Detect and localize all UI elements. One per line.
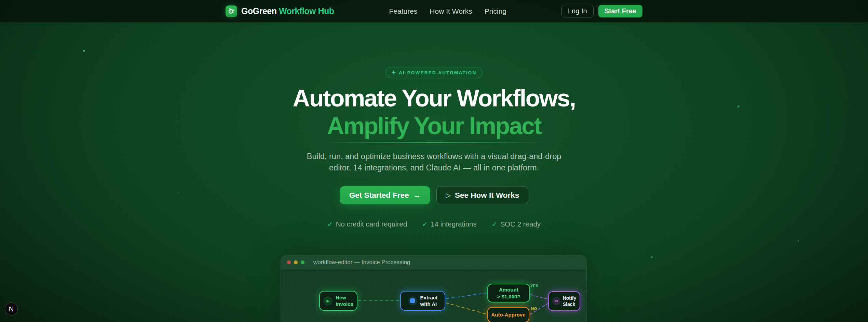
ai-powered-badge: ✦ AI-POWERED AUTOMATION (385, 67, 483, 78)
edge-label-yes: YES (530, 284, 539, 288)
decor-particle (83, 50, 85, 52)
check-icon: ✓ (422, 220, 428, 228)
sparkle-icon: ✦ (391, 69, 396, 76)
badge-label: AI-POWERED AUTOMATION (399, 70, 476, 75)
arrow-right-icon: → (413, 191, 421, 200)
trust-row: ✓ No credit card required ✓ 14 integrati… (0, 220, 868, 228)
hero-headline: Automate Your Workflows, Amplify Your Im… (0, 85, 868, 143)
get-started-button[interactable]: Get Started Free → (340, 186, 431, 204)
nav-links: Features How It Works Pricing (389, 7, 506, 15)
trust-label: SOC 2 ready (500, 220, 541, 228)
brand-name-secondary: Workflow Hub (279, 6, 334, 16)
node-label: New Invoice (336, 294, 353, 308)
trust-item-integrations: ✓ 14 integrations (422, 220, 476, 228)
traffic-light-buttons (287, 260, 304, 264)
subtitle-line2: editor, 14 integrations, and Claude AI —… (0, 162, 868, 173)
login-button[interactable]: Log In (561, 5, 594, 17)
play-icon: ▶ (323, 296, 333, 306)
maximize-window-button[interactable] (301, 260, 304, 264)
headline-underline (321, 142, 547, 143)
cta-row: Get Started Free → ▷ See How It Works (0, 186, 868, 204)
workflow-node-amount-condition[interactable]: Amount > $1,000? (487, 284, 530, 302)
window-titlebar: workflow-editor — Invoice Processing (281, 256, 586, 269)
ai-chip-icon (408, 296, 417, 306)
brand-logo-group[interactable]: GoGreen Workflow Hub (226, 5, 334, 17)
minimize-window-button[interactable] (294, 260, 298, 264)
nextjs-dev-badge[interactable]: N (5, 302, 18, 315)
see-how-it-works-label: See How It Works (455, 191, 519, 200)
nav-link-features[interactable]: Features (389, 7, 417, 15)
brand-name-primary: GoGreen (241, 6, 276, 16)
workflow-node-notify-slack[interactable]: ✉ Notify Slack (548, 291, 580, 311)
headline-line2: Amplify Your Impact (0, 112, 868, 140)
trust-label: 14 integrations (431, 220, 476, 228)
node-label: Extract with AI (420, 294, 438, 308)
check-icon: ✓ (492, 220, 497, 228)
top-navbar: GoGreen Workflow Hub Features How It Wor… (0, 0, 868, 23)
nav-link-pricing[interactable]: Pricing (485, 7, 506, 15)
workflow-node-extract-with-ai[interactable]: Extract with AI (400, 291, 445, 311)
node-label: Amount > $1,000? (497, 286, 520, 300)
node-label: Auto-Approve (491, 311, 526, 318)
brand-name: GoGreen Workflow Hub (241, 6, 334, 16)
n-badge-label: N (9, 305, 14, 313)
nav-actions: Log In Start Free (561, 5, 642, 17)
decor-particle (798, 240, 799, 242)
workflow-editor-window: workflow-editor — Invoice Processing ▶ N… (281, 255, 587, 322)
workflow-node-auto-approve[interactable]: Auto-Approve (487, 307, 529, 322)
workflow-node-new-invoice[interactable]: ▶ New Invoice (319, 291, 357, 311)
mail-icon: ✉ (552, 297, 560, 305)
trust-item-no-credit-card: ✓ No credit card required (327, 220, 407, 228)
play-outline-icon: ▷ (446, 191, 451, 199)
subtitle-line1: Build, run, and optimize business workfl… (0, 151, 868, 162)
see-how-it-works-button[interactable]: ▷ See How It Works (436, 186, 528, 204)
trust-item-soc2: ✓ SOC 2 ready (492, 220, 541, 228)
hero-subtitle: Build, run, and optimize business workfl… (0, 151, 868, 173)
decor-particle (651, 256, 653, 258)
headline-line1: Automate Your Workflows, (0, 85, 868, 112)
nav-link-how-it-works[interactable]: How It Works (430, 7, 472, 15)
workflow-canvas[interactable]: ▶ New Invoice Extract with AI Amount > $… (281, 269, 586, 322)
edge-label-no: NO (531, 307, 537, 311)
get-started-label: Get Started Free (349, 191, 409, 200)
close-window-button[interactable] (287, 260, 291, 264)
check-icon: ✓ (327, 220, 333, 228)
trust-label: No credit card required (336, 220, 407, 228)
node-label: Notify Slack (563, 295, 577, 307)
start-free-button[interactable]: Start Free (598, 5, 642, 17)
gogreen-logo-icon (226, 5, 237, 17)
window-title: workflow-editor — Invoice Processing (313, 259, 410, 266)
